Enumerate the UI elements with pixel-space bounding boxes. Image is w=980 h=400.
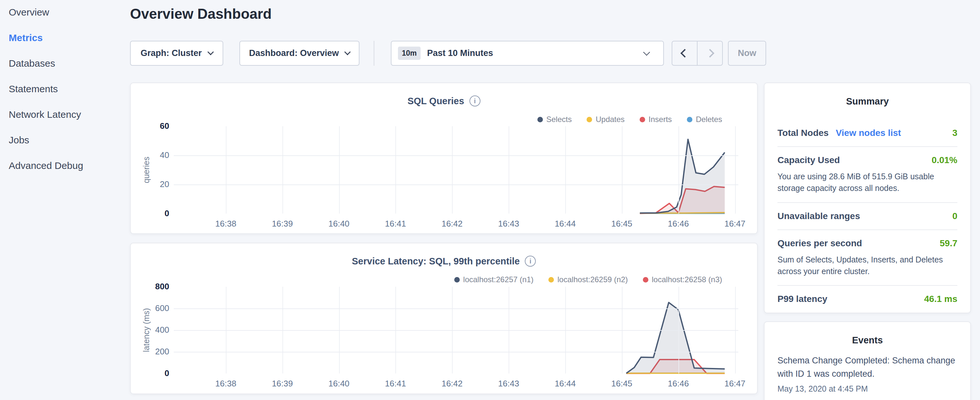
- sidebar-item-databases[interactable]: Databases: [0, 58, 127, 84]
- chevron-down-icon: [643, 49, 650, 56]
- y-tick-label: 200: [131, 347, 169, 357]
- summary-row-queries-per-second: Queries per second 59.7 Sum of Selects, …: [778, 230, 957, 286]
- y-tick-label: 0: [131, 209, 169, 218]
- chevron-down-icon: [344, 49, 351, 55]
- legend-label: localhost:26257 (n1): [463, 275, 533, 284]
- y-tick-label: 400: [131, 325, 169, 335]
- sidebar-item-overview[interactable]: Overview: [0, 7, 127, 33]
- y-tick-label: 20: [131, 179, 169, 189]
- x-tick-label: 16:42: [433, 379, 471, 389]
- summary-value: 3: [952, 128, 957, 138]
- gridline: [174, 330, 738, 331]
- series-area-localhost:26257 (n1): [626, 303, 725, 373]
- dashboard-dropdown[interactable]: Dashboard: Overview: [239, 41, 360, 66]
- page: Overview Metrics Databases Statements Ne…: [0, 0, 980, 400]
- dashboard-dropdown-label: Dashboard: Overview: [249, 48, 339, 58]
- summary-value: 0: [952, 211, 957, 222]
- sidebar: Overview Metrics Databases Statements Ne…: [0, 0, 127, 400]
- summary-description: Sum of Selects, Updates, Inserts, and De…: [778, 254, 957, 277]
- legend-dot-icon: [640, 117, 645, 122]
- legend-item: Deletes: [687, 115, 722, 124]
- y-tick-label: 800: [131, 282, 169, 292]
- gridline: [282, 126, 283, 214]
- gridline: [622, 126, 622, 214]
- sql-queries-chart-card: SQL Queries i SelectsUpdatesInsertsDelet…: [130, 83, 758, 234]
- legend-item: Inserts: [640, 115, 672, 124]
- next-time-button[interactable]: [698, 41, 722, 65]
- series-area-Selects: [640, 139, 725, 214]
- y-tick-label: 40: [131, 150, 169, 160]
- time-range-badge: 10m: [398, 46, 421, 60]
- x-tick-label: 16:44: [546, 379, 585, 389]
- sidebar-item-network-latency[interactable]: Network Latency: [0, 109, 127, 135]
- x-tick-label: 16:44: [546, 219, 585, 229]
- y-axis-label: queries: [142, 126, 151, 214]
- x-tick-label: 16:40: [320, 379, 358, 389]
- legend-dot-icon: [643, 277, 648, 282]
- gridline: [735, 126, 736, 214]
- x-tick-label: 16:39: [263, 219, 302, 229]
- page-title: Overview Dashboard: [130, 6, 272, 22]
- x-tick-label: 16:41: [376, 219, 415, 229]
- summary-title: Summary: [778, 96, 957, 107]
- legend-dot-icon: [687, 117, 692, 122]
- summary-value: 0.01%: [932, 155, 957, 166]
- gridline: [395, 126, 396, 214]
- prev-time-button[interactable]: [672, 41, 698, 65]
- x-tick-label: 16:40: [320, 219, 358, 229]
- summary-label: Unavailable ranges: [778, 211, 860, 222]
- chart-canvas[interactable]: [174, 126, 738, 214]
- gridline: [509, 126, 509, 214]
- x-tick-label: 16:46: [659, 219, 698, 229]
- summary-row-p99-latency: P99 latency 46.1 ms: [778, 286, 957, 312]
- sidebar-item-metrics[interactable]: Metrics: [0, 33, 127, 58]
- legend-label: Deletes: [696, 115, 722, 124]
- x-tick-label: 16:45: [603, 379, 641, 389]
- events-panel: Events Schema Change Completed: Schema c…: [764, 321, 971, 400]
- legend-label: localhost:26259 (n2): [557, 275, 628, 284]
- view-nodes-list-link[interactable]: View nodes list: [836, 128, 901, 138]
- divider: [374, 41, 374, 66]
- summary-label: Total Nodes: [778, 128, 829, 138]
- legend-label: Inserts: [649, 115, 672, 124]
- chevron-left-icon: [680, 49, 689, 57]
- now-button[interactable]: Now: [728, 41, 766, 66]
- graph-dropdown[interactable]: Graph: Cluster: [130, 41, 223, 66]
- legend-item: localhost:26259 (n2): [549, 275, 628, 284]
- gridline: [174, 185, 738, 185]
- gridline: [174, 308, 738, 309]
- gridline: [565, 126, 566, 214]
- info-icon[interactable]: i: [469, 96, 480, 107]
- summary-row-total-nodes: Total Nodes View nodes list 3: [778, 120, 957, 147]
- legend-item: localhost:26257 (n1): [454, 275, 533, 284]
- y-tick-label: 0: [131, 368, 169, 378]
- summary-label: Capacity Used: [778, 155, 840, 166]
- summary-panel: Summary Total Nodes View nodes list 3 Ca…: [764, 83, 971, 313]
- sidebar-item-jobs[interactable]: Jobs: [0, 135, 127, 161]
- info-icon[interactable]: i: [525, 256, 536, 267]
- summary-value: 46.1 ms: [924, 294, 957, 304]
- x-tick-label: 16:41: [376, 379, 415, 389]
- chevron-down-icon: [207, 49, 214, 55]
- sidebar-item-advanced-debug[interactable]: Advanced Debug: [0, 161, 127, 186]
- x-tick-label: 16:47: [716, 379, 754, 389]
- plot-area[interactable]: [174, 126, 738, 214]
- graph-dropdown-label: Graph: Cluster: [140, 48, 202, 58]
- y-tick-label: 600: [131, 303, 169, 313]
- time-range-label: Past 10 Minutes: [427, 48, 493, 58]
- service-latency-chart-card: Service Latency: SQL, 99th percentile i …: [130, 243, 758, 394]
- chevron-right-icon: [706, 49, 714, 57]
- summary-row-unavailable-ranges: Unavailable ranges 0: [778, 203, 957, 230]
- legend-item: Selects: [538, 115, 572, 124]
- summary-row-capacity-used: Capacity Used 0.01% You are using 28.6 M…: [778, 147, 957, 203]
- x-tick-label: 16:39: [263, 379, 302, 389]
- summary-label: Queries per second: [778, 238, 862, 249]
- x-tick-label: 16:42: [433, 219, 471, 229]
- gridline: [174, 352, 738, 352]
- chart-title: SQL Queries: [407, 96, 464, 107]
- x-tick-label: 16:38: [207, 219, 245, 229]
- time-range-selector[interactable]: 10m Past 10 Minutes: [391, 41, 664, 66]
- x-tick-label: 16:43: [489, 219, 528, 229]
- x-tick-label: 16:43: [489, 379, 528, 389]
- sidebar-item-statements[interactable]: Statements: [0, 84, 127, 109]
